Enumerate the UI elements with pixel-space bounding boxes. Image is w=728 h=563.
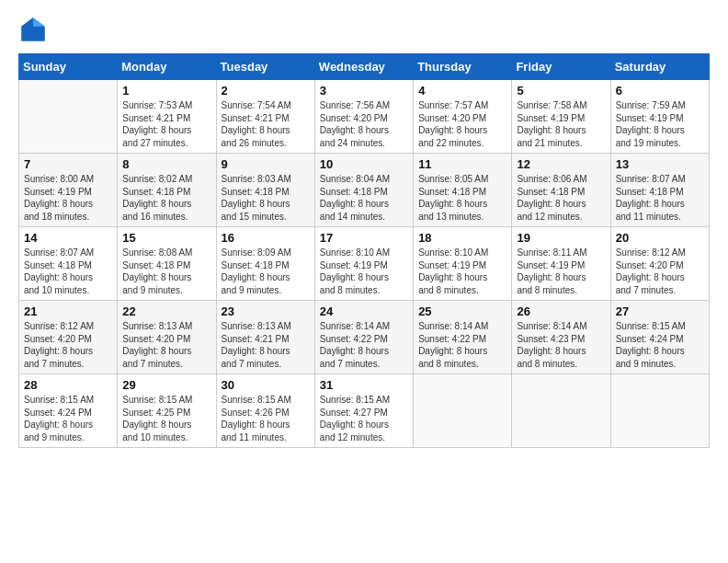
cell-info: Sunrise: 7:58 AM Sunset: 4:19 PM Dayligh… <box>517 99 605 149</box>
calendar-cell: 1Sunrise: 7:53 AM Sunset: 4:21 PM Daylig… <box>118 80 216 154</box>
calendar-cell: 26Sunrise: 8:14 AM Sunset: 4:23 PM Dayli… <box>512 301 610 374</box>
cell-info: Sunrise: 8:14 AM Sunset: 4:23 PM Dayligh… <box>517 320 605 370</box>
calendar-cell: 17Sunrise: 8:10 AM Sunset: 4:19 PM Dayli… <box>314 227 413 301</box>
day-number: 2 <box>222 84 310 98</box>
day-number: 5 <box>517 84 605 98</box>
svg-marker-1 <box>33 17 45 27</box>
cell-info: Sunrise: 8:08 AM Sunset: 4:18 PM Dayligh… <box>122 247 210 296</box>
day-number: 10 <box>320 157 408 171</box>
day-number: 29 <box>122 378 210 392</box>
cell-info: Sunrise: 8:07 AM Sunset: 4:18 PM Dayligh… <box>24 247 112 296</box>
calendar-cell: 3Sunrise: 7:56 AM Sunset: 4:20 PM Daylig… <box>314 80 413 154</box>
calendar-cell: 16Sunrise: 8:09 AM Sunset: 4:18 PM Dayli… <box>216 227 314 301</box>
day-number: 16 <box>222 231 310 245</box>
calendar: SundayMondayTuesdayWednesdayThursdayFrid… <box>18 53 710 448</box>
calendar-cell <box>19 80 118 154</box>
calendar-cell: 21Sunrise: 8:12 AM Sunset: 4:20 PM Dayli… <box>19 301 118 374</box>
calendar-cell: 22Sunrise: 8:13 AM Sunset: 4:20 PM Dayli… <box>118 301 216 374</box>
cell-info: Sunrise: 7:56 AM Sunset: 4:20 PM Dayligh… <box>320 99 408 149</box>
day-number: 13 <box>616 157 704 171</box>
calendar-row: 21Sunrise: 8:12 AM Sunset: 4:20 PM Dayli… <box>19 301 710 374</box>
cell-info: Sunrise: 8:09 AM Sunset: 4:18 PM Dayligh… <box>222 247 310 296</box>
calendar-cell: 6Sunrise: 7:59 AM Sunset: 4:19 PM Daylig… <box>610 80 709 154</box>
calendar-cell: 28Sunrise: 8:15 AM Sunset: 4:24 PM Dayli… <box>19 374 118 448</box>
calendar-row: 14Sunrise: 8:07 AM Sunset: 4:18 PM Dayli… <box>19 227 710 301</box>
day-number: 4 <box>418 84 506 98</box>
calendar-cell: 14Sunrise: 8:07 AM Sunset: 4:18 PM Dayli… <box>19 227 118 301</box>
calendar-row: 1Sunrise: 7:53 AM Sunset: 4:21 PM Daylig… <box>19 80 710 154</box>
calendar-cell: 20Sunrise: 8:12 AM Sunset: 4:20 PM Dayli… <box>610 227 709 301</box>
calendar-cell: 19Sunrise: 8:11 AM Sunset: 4:19 PM Dayli… <box>512 227 610 301</box>
page: SundayMondayTuesdayWednesdayThursdayFrid… <box>0 0 728 563</box>
calendar-cell: 31Sunrise: 8:15 AM Sunset: 4:27 PM Dayli… <box>314 374 413 448</box>
calendar-cell: 15Sunrise: 8:08 AM Sunset: 4:18 PM Dayli… <box>118 227 216 301</box>
calendar-cell <box>414 374 512 448</box>
weekday-header: Tuesday <box>216 54 314 80</box>
cell-info: Sunrise: 8:15 AM Sunset: 4:24 PM Dayligh… <box>24 394 112 443</box>
calendar-cell <box>512 374 610 448</box>
cell-info: Sunrise: 8:11 AM Sunset: 4:19 PM Dayligh… <box>517 247 605 296</box>
calendar-cell: 18Sunrise: 8:10 AM Sunset: 4:19 PM Dayli… <box>414 227 512 301</box>
cell-info: Sunrise: 8:15 AM Sunset: 4:27 PM Dayligh… <box>320 394 408 443</box>
weekday-header: Friday <box>512 54 610 80</box>
day-number: 6 <box>616 84 704 98</box>
cell-info: Sunrise: 8:13 AM Sunset: 4:21 PM Dayligh… <box>222 320 310 370</box>
day-number: 12 <box>517 157 605 171</box>
weekday-header: Sunday <box>19 54 118 80</box>
weekday-header: Thursday <box>414 54 512 80</box>
day-number: 30 <box>222 378 310 392</box>
calendar-cell: 29Sunrise: 8:15 AM Sunset: 4:25 PM Dayli… <box>118 374 216 448</box>
day-number: 14 <box>24 231 112 245</box>
calendar-cell: 12Sunrise: 8:06 AM Sunset: 4:18 PM Dayli… <box>512 154 610 227</box>
header <box>18 15 710 44</box>
day-number: 22 <box>122 304 210 318</box>
day-number: 15 <box>122 231 210 245</box>
calendar-cell: 10Sunrise: 8:04 AM Sunset: 4:18 PM Dayli… <box>314 154 413 227</box>
logo-icon <box>18 15 48 44</box>
day-number: 8 <box>122 157 210 171</box>
calendar-cell: 4Sunrise: 7:57 AM Sunset: 4:20 PM Daylig… <box>414 80 512 154</box>
day-number: 27 <box>616 304 704 318</box>
day-number: 21 <box>24 304 112 318</box>
logo <box>18 15 51 44</box>
weekday-header: Saturday <box>610 54 709 80</box>
cell-info: Sunrise: 8:14 AM Sunset: 4:22 PM Dayligh… <box>418 320 506 370</box>
day-number: 18 <box>418 231 506 245</box>
cell-info: Sunrise: 8:15 AM Sunset: 4:25 PM Dayligh… <box>122 394 210 443</box>
cell-info: Sunrise: 7:53 AM Sunset: 4:21 PM Dayligh… <box>122 99 210 149</box>
calendar-cell: 13Sunrise: 8:07 AM Sunset: 4:18 PM Dayli… <box>610 154 709 227</box>
calendar-cell: 27Sunrise: 8:15 AM Sunset: 4:24 PM Dayli… <box>610 301 709 374</box>
day-number: 24 <box>320 304 408 318</box>
cell-info: Sunrise: 8:10 AM Sunset: 4:19 PM Dayligh… <box>418 247 506 296</box>
day-number: 28 <box>24 378 112 392</box>
calendar-cell: 30Sunrise: 8:15 AM Sunset: 4:26 PM Dayli… <box>216 374 314 448</box>
cell-info: Sunrise: 8:14 AM Sunset: 4:22 PM Dayligh… <box>320 320 408 370</box>
weekday-header: Wednesday <box>314 54 413 80</box>
cell-info: Sunrise: 8:06 AM Sunset: 4:18 PM Dayligh… <box>517 173 605 223</box>
calendar-cell: 9Sunrise: 8:03 AM Sunset: 4:18 PM Daylig… <box>216 154 314 227</box>
day-number: 26 <box>517 304 605 318</box>
day-number: 17 <box>320 231 408 245</box>
calendar-cell: 2Sunrise: 7:54 AM Sunset: 4:21 PM Daylig… <box>216 80 314 154</box>
svg-marker-2 <box>21 17 33 27</box>
day-number: 20 <box>616 231 704 245</box>
calendar-cell: 24Sunrise: 8:14 AM Sunset: 4:22 PM Dayli… <box>314 301 413 374</box>
calendar-cell: 7Sunrise: 8:00 AM Sunset: 4:19 PM Daylig… <box>19 154 118 227</box>
cell-info: Sunrise: 8:07 AM Sunset: 4:18 PM Dayligh… <box>616 173 704 223</box>
day-number: 25 <box>418 304 506 318</box>
cell-info: Sunrise: 8:10 AM Sunset: 4:19 PM Dayligh… <box>320 247 408 296</box>
day-number: 3 <box>320 84 408 98</box>
cell-info: Sunrise: 7:54 AM Sunset: 4:21 PM Dayligh… <box>222 99 310 149</box>
calendar-cell <box>610 374 709 448</box>
cell-info: Sunrise: 7:57 AM Sunset: 4:20 PM Dayligh… <box>418 99 506 149</box>
day-number: 23 <box>222 304 310 318</box>
day-number: 19 <box>517 231 605 245</box>
cell-info: Sunrise: 8:04 AM Sunset: 4:18 PM Dayligh… <box>320 173 408 223</box>
cell-info: Sunrise: 8:13 AM Sunset: 4:20 PM Dayligh… <box>122 320 210 370</box>
weekday-header: Monday <box>118 54 216 80</box>
day-number: 11 <box>418 157 506 171</box>
cell-info: Sunrise: 8:12 AM Sunset: 4:20 PM Dayligh… <box>24 320 112 370</box>
calendar-cell: 25Sunrise: 8:14 AM Sunset: 4:22 PM Dayli… <box>414 301 512 374</box>
day-number: 31 <box>320 378 408 392</box>
cell-info: Sunrise: 8:05 AM Sunset: 4:18 PM Dayligh… <box>418 173 506 223</box>
